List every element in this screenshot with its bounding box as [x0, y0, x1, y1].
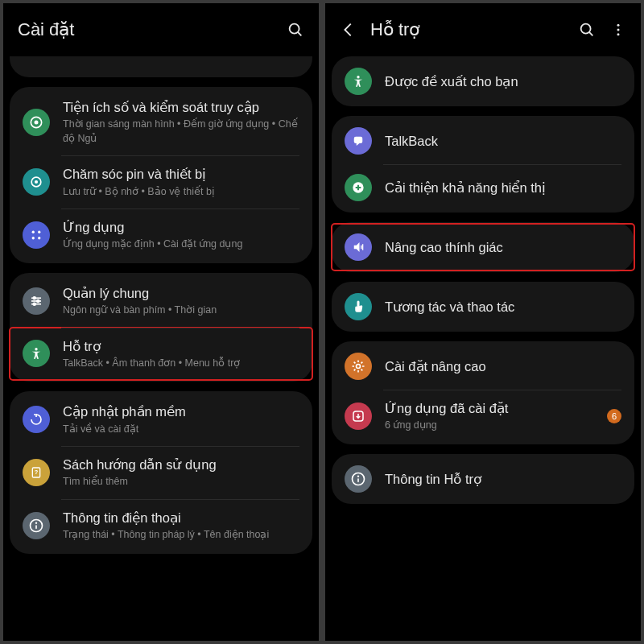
list-item-title: Hỗ trợ: [63, 337, 299, 355]
svg-line-1: [298, 32, 301, 35]
header-right: Hỗ trợ: [325, 8, 641, 56]
list-item[interactable]: Cập nhật phần mềmTải về và cài đặt: [10, 393, 312, 446]
list-item[interactable]: Ứng dụngỨng dụng mặc định • Cài đặt ứng …: [10, 208, 312, 262]
list-item-title: Sách hướng dẫn sử dụng: [63, 456, 299, 473]
list-item-title: TalkBack: [385, 132, 621, 150]
phone-right: Hỗ trợ Được đề xuất cho bạnTalkBackCải t…: [325, 3, 641, 641]
settings-list: Tiện ích số và kiểm soát truy cậpThời gi…: [3, 56, 319, 641]
list-item[interactable]: Thông tin điện thoạiTrạng thái • Thông t…: [10, 499, 312, 552]
svg-rect-34: [357, 478, 359, 482]
back-button[interactable]: [340, 21, 357, 39]
svg-point-7: [38, 231, 40, 233]
svg-point-5: [35, 180, 38, 184]
interaction-icon: [345, 293, 372, 320]
page-title: Cài đặt: [18, 19, 272, 40]
list-item-subtitle: Tải về và cài đặt: [63, 423, 299, 437]
general-icon: [23, 287, 50, 315]
more-icon[interactable]: [610, 22, 626, 38]
svg-rect-28: [354, 137, 363, 143]
list-item-title: Ứng dụng: [63, 218, 299, 236]
accessibility-icon: [345, 68, 372, 95]
svg-point-15: [33, 303, 35, 305]
list-item-title: Ứng dụng đã cài đặt: [385, 399, 601, 417]
list-item[interactable]: Nâng cao thính giác: [332, 224, 634, 270]
list-item[interactable]: Tiện ích số và kiểm soát truy cậpThời gi…: [10, 89, 312, 155]
svg-point-30: [357, 365, 361, 369]
list-item-title: Nâng cao thính giác: [385, 238, 621, 256]
about-icon: [345, 465, 372, 493]
apps-icon: [23, 221, 50, 249]
svg-text:?: ?: [35, 469, 39, 476]
about-icon: [23, 512, 50, 539]
svg-point-9: [38, 237, 40, 239]
list-item[interactable]: Thông tin Hỗ trợ: [332, 456, 634, 502]
svg-point-26: [617, 33, 620, 35]
list-item-title: Cải thiện khả năng hiển thị: [385, 179, 621, 196]
list-item-title: Được đề xuất cho bạn: [385, 72, 621, 90]
header-left: Cài đặt: [3, 8, 319, 56]
accessibility-icon: [23, 340, 50, 367]
list-item-subtitle: 6 ứng dụng: [385, 419, 601, 433]
wellbeing-icon: [23, 109, 50, 136]
settings-group: Nâng cao thính giác: [332, 222, 634, 272]
list-item-subtitle: Ngôn ngữ và bàn phím • Thời gian: [63, 303, 299, 318]
list-item[interactable]: Cải thiện khả năng hiển thị: [332, 164, 634, 211]
svg-line-23: [589, 32, 592, 35]
svg-point-22: [581, 24, 591, 34]
svg-point-33: [357, 475, 359, 477]
installed-icon: [345, 402, 372, 430]
settings-group: Tiện ích số và kiểm soát truy cậpThời gi…: [10, 87, 312, 263]
svg-rect-21: [35, 525, 37, 529]
list-item-title: Cài đặt nâng cao: [385, 357, 621, 375]
list-item[interactable]: Tương tác và thao tác: [332, 283, 634, 330]
list-item-title: Thông tin Hỗ trợ: [385, 470, 621, 488]
talkback-icon: [345, 127, 372, 155]
list-item-title: Tiện ích số và kiểm soát truy cập: [63, 98, 299, 116]
list-item[interactable]: Quản lý chungNgôn ngữ và bàn phím • Thời…: [10, 275, 312, 328]
list-item-title: Tương tác và thao tác: [385, 298, 621, 316]
settings-group: Cập nhật phần mềmTải về và cài đặt?Sách …: [10, 391, 312, 553]
settings-group: Quản lý chungNgôn ngữ và bàn phím • Thời…: [10, 273, 312, 382]
svg-point-20: [35, 522, 37, 523]
settings-group: Cài đặt nâng caoỨng dụng đã cài đặt6 ứng…: [332, 341, 634, 444]
settings-group: Được đề xuất cho bạn: [332, 56, 634, 106]
svg-point-16: [35, 349, 37, 351]
svg-point-27: [357, 76, 359, 78]
svg-point-6: [32, 231, 35, 233]
svg-point-8: [32, 237, 35, 239]
list-item[interactable]: ?Sách hướng dẫn sử dụngTìm hiểu thêm: [10, 446, 312, 499]
list-item-subtitle: Ứng dụng mặc định • Cài đặt ứng dụng: [63, 237, 299, 252]
list-item-subtitle: Lưu trữ • Bộ nhớ • Bảo vệ thiết bị: [63, 185, 299, 200]
list-item[interactable]: TalkBack: [332, 118, 634, 164]
list-item[interactable]: Ứng dụng đã cài đặt6 ứng dụng6: [332, 390, 634, 443]
list-item[interactable]: Cài đặt nâng cao: [332, 343, 634, 390]
settings-group: TalkBackCải thiện khả năng hiển thị: [332, 116, 634, 213]
search-icon[interactable]: [578, 21, 596, 39]
svg-point-0: [290, 24, 299, 34]
list-item-title: Thông tin điện thoại: [63, 509, 299, 526]
list-item[interactable]: Chăm sóc pin và thiết bịLưu trữ • Bộ nhớ…: [10, 155, 312, 208]
advanced-icon: [345, 353, 372, 380]
count-badge: 6: [607, 409, 621, 423]
list-item[interactable]: Được đề xuất cho bạn: [332, 58, 634, 105]
svg-point-25: [617, 29, 620, 31]
svg-point-13: [33, 296, 35, 299]
list-item-title: Cập nhật phần mềm: [63, 402, 299, 420]
list-item-subtitle: TalkBack • Âm thanh đơn • Menu hỗ trợ: [63, 357, 299, 371]
accessibility-list: Được đề xuất cho bạnTalkBackCải thiện kh…: [325, 56, 641, 641]
svg-point-14: [37, 299, 39, 302]
list-item[interactable]: Hỗ trợTalkBack • Âm thanh đơn • Menu hỗ …: [10, 328, 312, 381]
list-item-title: Quản lý chung: [63, 284, 299, 302]
settings-group: Tương tác và thao tác: [332, 282, 634, 332]
visibility-icon: [345, 174, 372, 201]
list-item-subtitle: Tìm hiểu thêm: [63, 475, 299, 489]
page-title: Hỗ trợ: [370, 19, 564, 40]
settings-group: Thông tin Hỗ trợ: [332, 454, 634, 504]
list-item-stub[interactable]: [10, 56, 312, 77]
svg-point-24: [617, 24, 620, 27]
search-icon[interactable]: [287, 21, 304, 39]
list-item-subtitle: Trạng thái • Thông tin pháp lý • Tên điệ…: [63, 528, 299, 543]
hearing-icon: [345, 233, 372, 261]
phone-left: Cài đặt Tiện ích số và kiểm soát truy cậ…: [3, 3, 319, 641]
list-item-title: Chăm sóc pin và thiết bị: [63, 165, 299, 183]
